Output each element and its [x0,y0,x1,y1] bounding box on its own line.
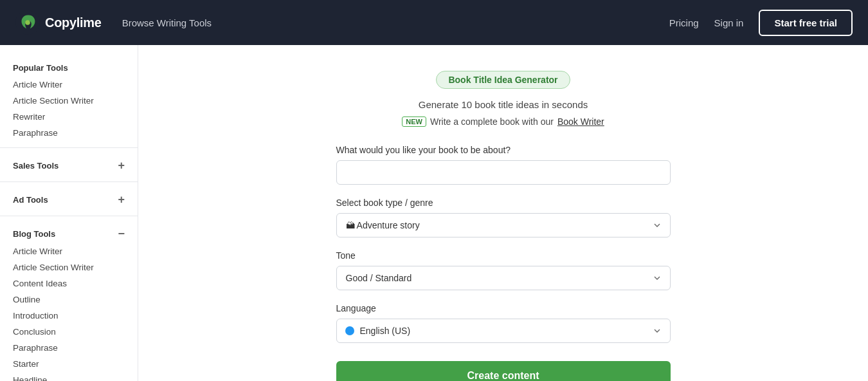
tool-header: Book Title Idea Generator Generate 10 bo… [336,71,671,127]
sales-tools-expand-icon[interactable]: + [118,160,125,171]
sidebar-item-outline[interactable]: Outline [0,292,138,308]
ad-tools-section[interactable]: Ad Tools + [0,189,138,209]
header: Copylime Browse Writing Tools Pricing Si… [0,0,868,45]
genre-select[interactable]: 🏔 Adventure story 🔮 Fantasy 🔍 Mystery 💕 … [336,213,671,237]
sidebar-item-blog-article-writer[interactable]: Article Writer [0,243,138,259]
layout: Popular Tools Article Writer Article Sec… [0,45,868,381]
sidebar-item-paraphrase[interactable]: Paraphrase [0,125,138,141]
sidebar-item-blog-article-section-writer[interactable]: Article Section Writer [0,259,138,275]
genre-select-wrapper: 🏔 Adventure story 🔮 Fantasy 🔍 Mystery 💕 … [336,213,671,237]
logo-text: Copylime [45,15,102,30]
tone-field-group: Tone Good / Standard Professional Casual… [336,250,671,290]
signin-link[interactable]: Sign in [714,17,744,28]
language-select[interactable]: English (US) English (UK) Spanish French… [336,319,671,343]
new-tag: NEW [402,116,426,127]
sidebar-item-conclusion[interactable]: Conclusion [0,324,138,340]
main-content: Book Title Idea Generator Generate 10 bo… [138,45,868,381]
sidebar-item-rewriter[interactable]: Rewriter [0,109,138,125]
sidebar-item-starter[interactable]: Starter [0,356,138,372]
sales-tools-section[interactable]: Sales Tools + [0,154,138,175]
genre-field-group: Select book type / genre 🏔 Adventure sto… [336,198,671,237]
popular-tools-section: Popular Tools [0,58,138,77]
sidebar-item-blog-paraphrase[interactable]: Paraphrase [0,340,138,356]
divider-3 [0,216,138,216]
sidebar-item-headline[interactable]: Headline [0,372,138,381]
logo-icon [15,10,40,35]
blog-tools-collapse-icon[interactable]: − [118,228,125,239]
tone-select[interactable]: Good / Standard Professional Casual Humo… [336,266,671,290]
tool-card: Book Title Idea Generator Generate 10 bo… [336,71,671,381]
book-writer-link[interactable]: Book Writer [557,116,604,127]
pricing-link[interactable]: Pricing [669,17,699,28]
new-badge-line: NEW Write a complete book with our Book … [336,116,671,127]
sales-tools-title: Sales Tools [13,161,59,171]
sidebar-item-article-writer[interactable]: Article Writer [0,77,138,93]
about-field-group: What would you like your book to be abou… [336,145,671,185]
new-text: Write a complete book with our [430,116,554,127]
divider-1 [0,147,138,148]
tool-subtitle: Generate 10 book title ideas in seconds [336,99,671,110]
create-content-button[interactable]: Create content [336,361,671,381]
svg-point-1 [25,20,30,25]
divider-2 [0,181,138,182]
tone-select-wrapper: Good / Standard Professional Casual Humo… [336,266,671,290]
logo[interactable]: Copylime [15,10,102,35]
language-select-wrapper: English (US) English (UK) Spanish French… [336,319,671,343]
ad-tools-title: Ad Tools [13,195,48,205]
about-input[interactable] [336,160,671,185]
sidebar-item-article-section-writer[interactable]: Article Section Writer [0,93,138,109]
browse-writing-tools-link[interactable]: Browse Writing Tools [122,17,212,28]
tool-badge: Book Title Idea Generator [436,71,570,89]
language-label: Language [336,303,671,313]
genre-label: Select book type / genre [336,198,671,208]
sidebar: Popular Tools Article Writer Article Sec… [0,45,138,381]
popular-tools-title: Popular Tools [13,63,68,73]
tone-label: Tone [336,250,671,261]
ad-tools-expand-icon[interactable]: + [118,194,125,205]
sidebar-item-content-ideas[interactable]: Content Ideas [0,275,138,292]
sidebar-item-introduction[interactable]: Introduction [0,308,138,324]
about-label: What would you like your book to be abou… [336,145,671,155]
start-trial-button[interactable]: Start free trial [759,10,853,36]
blog-tools-section[interactable]: Blog Tools − [0,223,138,243]
header-nav: Pricing Sign in Start free trial [669,10,853,36]
language-field-group: Language English (US) English (UK) Spani… [336,303,671,343]
blog-tools-title: Blog Tools [13,229,55,239]
